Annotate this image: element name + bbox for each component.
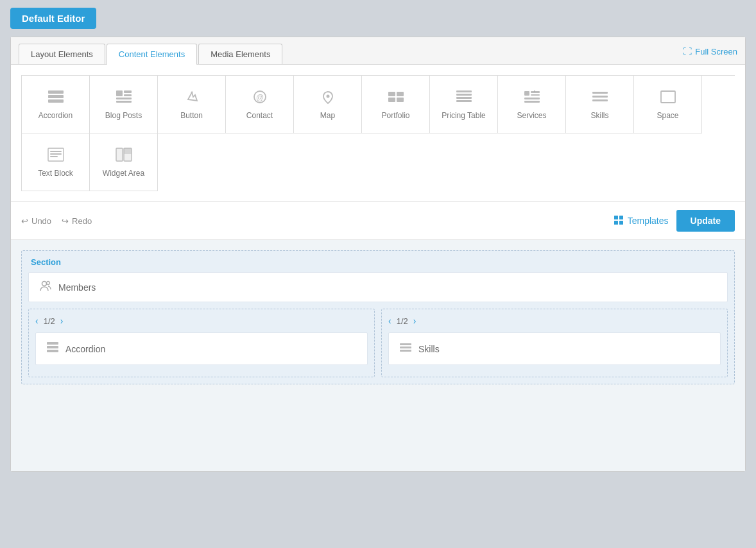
svg-rect-19	[456, 100, 472, 102]
fullscreen-label: Full Screen	[695, 47, 737, 56]
column-left-prev[interactable]: ‹	[35, 316, 39, 326]
section-block: Section Members ‹ 1/2 ›	[21, 250, 735, 384]
undo-icon: ↩	[21, 216, 28, 226]
accordion-box-label: Accordion	[65, 344, 105, 354]
svg-point-11	[326, 94, 329, 98]
services-label: Services	[517, 111, 546, 120]
element-services[interactable]: Services	[498, 76, 566, 133]
skills-label: Skills	[590, 111, 608, 120]
templates-button[interactable]: Templates	[614, 215, 669, 227]
element-widget-area[interactable]: Widget Area	[90, 133, 158, 191]
svg-rect-18	[456, 97, 472, 99]
svg-rect-29	[661, 91, 675, 103]
svg-rect-28	[592, 99, 608, 101]
skills-box-label: Skills	[418, 344, 440, 354]
fullscreen-button[interactable]: ⛶ Full Screen	[683, 46, 737, 62]
toolbar-left: ↩ Undo ↪ Redo	[21, 216, 92, 226]
column-left-page: 1/2	[44, 316, 55, 326]
undo-button[interactable]: ↩ Undo	[21, 216, 51, 226]
portfolio-label: Portfolio	[381, 111, 409, 120]
element-accordion[interactable]: Accordion	[22, 76, 90, 133]
svg-rect-6	[116, 98, 132, 99]
toolbar-right: Templates Update	[614, 210, 735, 232]
svg-rect-15	[397, 98, 404, 102]
svg-rect-22	[531, 94, 540, 96]
element-text-block[interactable]: Text Block	[22, 133, 90, 191]
column-right-prev[interactable]: ‹	[388, 316, 391, 326]
update-button[interactable]: Update	[676, 210, 735, 232]
default-editor-button[interactable]: Default Editor	[10, 8, 96, 29]
blog-posts-icon	[115, 89, 133, 107]
svg-rect-13	[397, 92, 404, 96]
tab-media[interactable]: Media Elements	[198, 44, 282, 64]
svg-rect-26	[592, 92, 608, 94]
templates-label: Templates	[628, 216, 669, 226]
element-map[interactable]: Map	[294, 76, 362, 133]
section-label: Section	[28, 257, 728, 267]
svg-rect-46	[400, 343, 411, 345]
svg-rect-1	[48, 95, 64, 98]
pricing-table-icon	[455, 89, 473, 107]
svg-rect-7	[116, 101, 132, 103]
button-label: Button	[180, 111, 203, 120]
svg-rect-14	[388, 98, 395, 102]
svg-rect-2	[48, 99, 64, 103]
element-contact[interactable]: @ Contact	[226, 76, 294, 133]
templates-icon	[614, 215, 624, 227]
element-skills[interactable]: Skills	[566, 76, 634, 133]
svg-rect-40	[619, 221, 623, 225]
accordion-element-box: Accordion	[35, 332, 368, 365]
column-right-nav: ‹ 1/2 ›	[388, 316, 721, 326]
portfolio-icon	[387, 89, 405, 107]
element-pricing-table[interactable]: Pricing Table	[430, 76, 498, 133]
svg-rect-48	[400, 350, 411, 352]
elements-row: Accordion Blog Posts Button @ Contact	[21, 75, 735, 191]
tab-layout[interactable]: Layout Elements	[19, 44, 105, 64]
svg-rect-12	[388, 92, 395, 96]
svg-rect-5	[124, 94, 132, 96]
svg-rect-20	[524, 91, 529, 96]
blog-posts-label: Blog Posts	[105, 111, 142, 120]
svg-rect-31	[50, 151, 62, 152]
svg-rect-36	[124, 148, 132, 154]
svg-rect-24	[524, 98, 540, 99]
svg-rect-25	[524, 101, 540, 103]
svg-point-41	[42, 282, 47, 286]
accordion-label: Accordion	[39, 111, 73, 120]
element-blog-posts[interactable]: Blog Posts	[90, 76, 158, 133]
tab-content[interactable]: Content Elements	[107, 44, 197, 65]
svg-rect-3	[116, 90, 123, 96]
svg-rect-43	[47, 342, 58, 345]
skills-element-box: Skills	[388, 332, 721, 365]
undo-label: Undo	[31, 216, 51, 226]
svg-point-23	[534, 90, 535, 92]
svg-rect-45	[47, 350, 58, 352]
map-label: Map	[320, 111, 335, 120]
elements-grid: Accordion Blog Posts Button @ Contact	[11, 65, 745, 202]
widget-area-label: Widget Area	[103, 169, 144, 178]
svg-rect-16	[456, 90, 472, 92]
skills-box-icon	[399, 341, 412, 357]
members-label: Members	[58, 282, 96, 293]
svg-rect-39	[614, 221, 618, 225]
svg-rect-44	[47, 346, 58, 348]
text-block-label: Text Block	[38, 169, 73, 178]
column-right-next[interactable]: ›	[413, 316, 417, 326]
element-space[interactable]: Space	[634, 76, 702, 133]
column-left-next[interactable]: ›	[60, 316, 64, 326]
redo-button[interactable]: ↪ Redo	[62, 216, 92, 226]
accordion-icon	[47, 89, 65, 107]
redo-icon: ↪	[62, 216, 69, 226]
widget-area-icon	[115, 147, 133, 165]
fullscreen-icon: ⛶	[683, 46, 692, 56]
element-button[interactable]: Button	[158, 76, 226, 133]
button-icon	[183, 89, 201, 107]
contact-icon: @	[251, 89, 269, 107]
svg-rect-32	[50, 153, 62, 155]
svg-rect-17	[456, 94, 472, 96]
svg-rect-0	[48, 90, 64, 94]
element-portfolio[interactable]: Portfolio	[362, 76, 430, 133]
svg-rect-34	[116, 148, 123, 161]
column-right: ‹ 1/2 › Skills	[381, 309, 728, 377]
svg-rect-37	[614, 216, 618, 219]
